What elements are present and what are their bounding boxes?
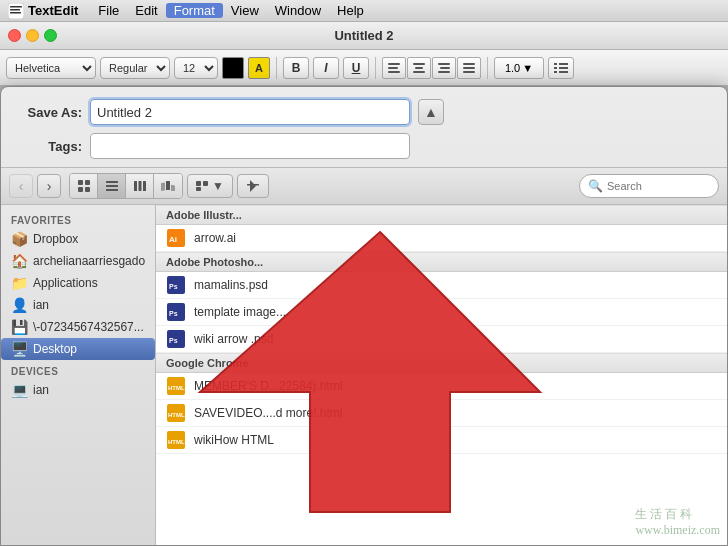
style-selector[interactable]: Regular bbox=[100, 57, 170, 79]
save-as-input[interactable] bbox=[90, 99, 410, 125]
sidebar-item-label: Dropbox bbox=[33, 232, 78, 246]
watermark-url: www.bimeiz.com bbox=[635, 523, 720, 538]
menu-view[interactable]: View bbox=[223, 3, 267, 18]
file-name: template image... bbox=[194, 305, 286, 319]
user-icon: 👤 bbox=[11, 297, 27, 313]
sidebar-item-home[interactable]: 🏠 archelianaarriesgado bbox=[1, 250, 155, 272]
search-input[interactable] bbox=[607, 180, 710, 192]
column-view-button[interactable] bbox=[126, 174, 154, 198]
save-dialog: Save As: ▲ Tags: ‹ › bbox=[0, 86, 728, 546]
sidebar-item-ian[interactable]: 👤 ian bbox=[1, 294, 155, 316]
sidebar-item-desktop[interactable]: 🖥️ Desktop bbox=[1, 338, 155, 360]
size-selector[interactable]: 12 bbox=[174, 57, 218, 79]
icon-view-button[interactable] bbox=[70, 174, 98, 198]
action-icon bbox=[246, 179, 260, 193]
menu-help[interactable]: Help bbox=[329, 3, 372, 18]
sidebar-item-applications[interactable]: 📁 Applications bbox=[1, 272, 155, 294]
highlight-icon: A bbox=[255, 62, 263, 74]
bold-button[interactable]: B bbox=[283, 57, 309, 79]
drive-icon: 💾 bbox=[11, 319, 27, 335]
list-view-button[interactable] bbox=[98, 174, 126, 198]
file-name: wikiHow HTML bbox=[194, 433, 274, 447]
svg-rect-5 bbox=[559, 63, 568, 65]
sidebar-item-label: archelianaarriesgado bbox=[33, 254, 145, 268]
spacing-value: 1.0 bbox=[505, 62, 520, 74]
sidebar-item-device-ian[interactable]: 💻 ian bbox=[1, 379, 155, 401]
action-button[interactable] bbox=[237, 174, 269, 198]
highlight-button[interactable]: A bbox=[248, 57, 270, 79]
icon-view-icon bbox=[78, 180, 90, 192]
svg-rect-13 bbox=[85, 187, 90, 192]
sidebar-item-drive[interactable]: 💾 \-07234567432567... bbox=[1, 316, 155, 338]
forward-icon: › bbox=[47, 178, 52, 194]
back-button[interactable]: ‹ bbox=[9, 174, 33, 198]
coverflow-view-button[interactable] bbox=[154, 174, 182, 198]
svg-rect-14 bbox=[106, 181, 118, 183]
devices-label: DEVICES bbox=[1, 360, 155, 379]
section-header-illustrator: Adobe Illustr... bbox=[156, 205, 727, 225]
toolbar: Helvetica Regular 12 A B I U 1.0 ▼ bbox=[0, 50, 728, 86]
sidebar-item-label: Desktop bbox=[33, 342, 77, 356]
menu-file[interactable]: File bbox=[90, 3, 127, 18]
menu-format[interactable]: Format bbox=[166, 3, 223, 18]
svg-text:Ps: Ps bbox=[169, 337, 178, 344]
file-item-wiki-psd[interactable]: Ps wiki arrow .psd bbox=[156, 326, 727, 353]
list-button[interactable] bbox=[548, 57, 574, 79]
close-button[interactable] bbox=[8, 29, 21, 42]
tags-row: Tags: bbox=[17, 133, 711, 159]
font-selector[interactable]: Helvetica bbox=[6, 57, 96, 79]
tags-input[interactable] bbox=[90, 133, 410, 159]
arrange-button[interactable]: ▼ bbox=[187, 174, 233, 198]
align-center-button[interactable] bbox=[407, 57, 431, 79]
align-justify-button[interactable] bbox=[457, 57, 481, 79]
file-item-wikihow-html[interactable]: HTML wikiHow HTML bbox=[156, 427, 727, 454]
file-item-arrow-ai[interactable]: Ai arrow.ai bbox=[156, 225, 727, 252]
maximize-button[interactable] bbox=[44, 29, 57, 42]
svg-rect-24 bbox=[203, 181, 208, 186]
favorites-label: FAVORITES bbox=[1, 209, 155, 228]
file-item-mamalins-psd[interactable]: Ps mamalins.psd bbox=[156, 272, 727, 299]
svg-rect-4 bbox=[554, 63, 557, 65]
file-item-savevideo-html[interactable]: HTML SAVEVIDEO....d more!.html bbox=[156, 400, 727, 427]
file-name: arrow.ai bbox=[194, 231, 236, 245]
minimize-button[interactable] bbox=[26, 29, 39, 42]
italic-button[interactable]: I bbox=[313, 57, 339, 79]
svg-rect-1 bbox=[10, 6, 22, 8]
dialog-overlay: Save As: ▲ Tags: ‹ › bbox=[0, 86, 728, 546]
file-name: SAVEVIDEO....d more!.html bbox=[194, 406, 343, 420]
align-right-button[interactable] bbox=[432, 57, 456, 79]
view-group bbox=[69, 173, 183, 199]
file-item-template-psd[interactable]: Ps template image... bbox=[156, 299, 727, 326]
svg-rect-9 bbox=[559, 71, 568, 73]
app-name: TextEdit bbox=[28, 3, 78, 18]
expand-button[interactable]: ▲ bbox=[418, 99, 444, 125]
window-title: Untitled 2 bbox=[334, 28, 393, 43]
home-icon: 🏠 bbox=[11, 253, 27, 269]
sidebar-item-dropbox[interactable]: 📦 Dropbox bbox=[1, 228, 155, 250]
svg-rect-6 bbox=[554, 67, 557, 69]
sidebar-item-label: Applications bbox=[33, 276, 98, 290]
svg-rect-18 bbox=[138, 181, 141, 191]
svg-rect-10 bbox=[78, 180, 83, 185]
list-view-icon bbox=[106, 181, 118, 191]
text-color-button[interactable] bbox=[222, 57, 244, 79]
forward-button[interactable]: › bbox=[37, 174, 61, 198]
applications-icon: 📁 bbox=[11, 275, 27, 291]
file-item-members-html[interactable]: HTML MEMBER'S D...22584).html bbox=[156, 373, 727, 400]
svg-rect-11 bbox=[85, 180, 90, 185]
underline-button[interactable]: U bbox=[343, 57, 369, 79]
list-icon bbox=[554, 61, 568, 75]
menu-edit[interactable]: Edit bbox=[127, 3, 165, 18]
section-header-photoshop: Adobe Photosho... bbox=[156, 252, 727, 272]
file-name: mamalins.psd bbox=[194, 278, 268, 292]
file-list: Adobe Illustr... Ai arrow.ai Adobe Photo… bbox=[156, 205, 727, 545]
line-spacing-button[interactable]: 1.0 ▼ bbox=[494, 57, 544, 79]
arrange-icon bbox=[196, 181, 208, 191]
align-left-button[interactable] bbox=[382, 57, 406, 79]
html-file-icon-1: HTML bbox=[166, 376, 186, 396]
search-icon: 🔍 bbox=[588, 179, 603, 193]
svg-text:HTML: HTML bbox=[168, 439, 185, 445]
laptop-icon: 💻 bbox=[11, 382, 27, 398]
svg-text:HTML: HTML bbox=[168, 385, 185, 391]
menu-window[interactable]: Window bbox=[267, 3, 329, 18]
